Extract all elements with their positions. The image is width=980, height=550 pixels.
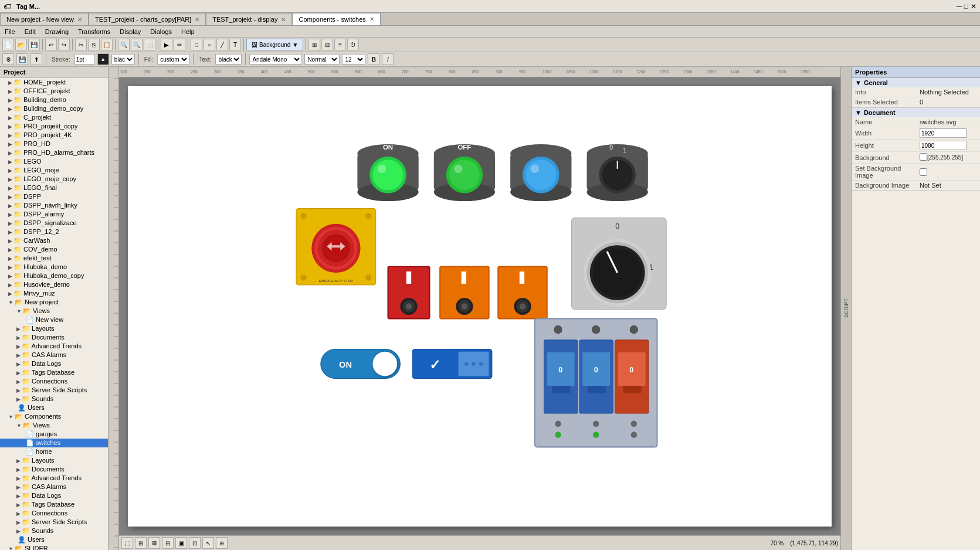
- sidebar-item-sounds-new[interactable]: ▶ 📁 Sounds: [0, 395, 108, 403]
- sidebar-item-hluboka-demo-copy[interactable]: ▶ 📁 Hluboka_demo_copy: [0, 271, 108, 280]
- sidebar-item-dspp-12-2[interactable]: ▶ 📁 DSPP_12_2: [0, 228, 108, 236]
- group-btn[interactable]: ⊟: [321, 39, 333, 50]
- sidebar-item-pro-hd[interactable]: ▶ 📁 PRO_HD: [0, 140, 108, 148]
- sidebar-item-c-projekt[interactable]: ▶ 📁 C_projekt: [0, 113, 108, 122]
- text-color-select[interactable]: black: [215, 54, 242, 64]
- sidebar-item-carwash[interactable]: ▶ 📁 CarWash: [0, 236, 108, 245]
- sidebar-item-pro-projekt-4k[interactable]: ▶ 📁 PRO_projekt_4K: [0, 131, 108, 140]
- tab-charts-copy[interactable]: TEST_projekt - charts_copy[PAR] ✕: [89, 13, 206, 25]
- sidebar-item-cov-demo[interactable]: ▶ 📁 COV_demo: [0, 245, 108, 254]
- knob-on[interactable]: ON: [357, 144, 418, 201]
- sidebar-item-lego-final[interactable]: ▶ 📁 LEGO_final: [0, 184, 108, 192]
- sidebar-item-data-logs-new[interactable]: ▶ 📁 Data Logs: [0, 359, 108, 368]
- sidebar-item-views-comp[interactable]: ▼ 📂 Views: [0, 421, 108, 430]
- sidebar-item-users-comp[interactable]: 👤 Users: [0, 535, 108, 544]
- sidebar-item-data-logs-comp[interactable]: ▶ 📁 Data Logs: [0, 491, 108, 500]
- sidebar-item-documents-comp[interactable]: ▶ 📁 Documents: [0, 465, 108, 474]
- sidebar-item-server-scripts-comp[interactable]: ▶ 📁 Server Side Scripts: [0, 518, 108, 527]
- menu-transforms[interactable]: Transforms: [73, 28, 115, 36]
- menu-edit[interactable]: Edit: [20, 28, 40, 36]
- sidebar-item-layouts-new[interactable]: ▶ 📁 Layouts: [0, 324, 108, 333]
- tab-new-project[interactable]: New project - New view ✕: [0, 13, 89, 25]
- set-bg-image-checkbox[interactable]: [920, 168, 927, 176]
- document-section-header[interactable]: ▼ Document: [852, 108, 980, 117]
- sidebar-item-views-new[interactable]: ▼ 📂 Views: [0, 307, 108, 315]
- sidebar-item-dspp[interactable]: ▶ 📁 DSPP: [0, 192, 108, 201]
- save-btn[interactable]: 💾: [28, 39, 40, 50]
- stroke-style-select[interactable]: black: [111, 54, 135, 64]
- sidebar-item-users-new[interactable]: 👤 Users: [0, 403, 108, 412]
- sidebar-item-sounds-comp[interactable]: ▶ 📁 Sounds: [0, 527, 108, 535]
- sidebar-item-new-project[interactable]: ▼ 📂 New project: [0, 298, 108, 307]
- upload-btn[interactable]: ⬆: [30, 53, 42, 65]
- background-dropdown[interactable]: 🖼 Background ▼: [246, 39, 303, 50]
- rect-btn[interactable]: □: [191, 39, 202, 50]
- minimize-icon[interactable]: ─: [957, 2, 962, 11]
- layer-btn[interactable]: ≡: [334, 39, 346, 50]
- knob-blue[interactable]: [510, 144, 571, 201]
- tab-close-icon[interactable]: ✕: [369, 16, 374, 22]
- circle-btn[interactable]: ○: [204, 39, 215, 50]
- sidebar-item-cas-alarms-comp[interactable]: ▶ 📁 CAS Alarms: [0, 483, 108, 491]
- font-select[interactable]: Andale Mono: [249, 54, 302, 64]
- draw-btn[interactable]: ✏: [174, 39, 185, 50]
- sidebar-item-tags-db-new[interactable]: ▶ 📁 Tags Database: [0, 368, 108, 377]
- fontsize-select[interactable]: 12: [342, 54, 365, 64]
- tab-display[interactable]: TEST_projekt - display ✕: [206, 13, 292, 25]
- sidebar-item-gauges[interactable]: 📄 gauges: [0, 430, 108, 439]
- sidebar-item-dspp-alarmy[interactable]: ▶ 📁 DSPP_alarmy: [0, 210, 108, 219]
- sidebar-item-husovice[interactable]: ▶ 📁 Husovice_demo: [0, 280, 108, 289]
- window-controls[interactable]: ─ □ ✕: [957, 2, 976, 11]
- sidebar-item-building-demo-copy[interactable]: ▶ 📁 Building_demo_copy: [0, 104, 108, 113]
- sidebar-item-documents-new[interactable]: ▶ 📁 Documents: [0, 333, 108, 342]
- tab-switches[interactable]: Components - switches ✕: [292, 13, 380, 25]
- toggle-checked[interactable]: ✓: [412, 349, 492, 379]
- sidebar-item-lego-moje-copy[interactable]: ▶ 📁 LEGO_moje_copy: [0, 175, 108, 184]
- sidebar-item-advanced-trends-new[interactable]: ▶ 📁 Advanced Trends: [0, 342, 108, 351]
- menu-drawing[interactable]: Drawing: [40, 28, 73, 36]
- stroke-color-btn[interactable]: ▲: [97, 53, 109, 65]
- sidebar-item-mrtvy-muz[interactable]: ▶ 📁 Mrtvy_muz: [0, 289, 108, 298]
- sidebar-item-new-view[interactable]: 📄 New view: [0, 315, 108, 324]
- bg-checkbox[interactable]: [920, 153, 927, 162]
- sidebar-item-advanced-trends-comp[interactable]: ▶ 📁 Advanced Trends: [0, 474, 108, 483]
- style-select[interactable]: Normal: [304, 54, 340, 64]
- save2-btn[interactable]: 💾: [16, 53, 28, 65]
- paste-btn[interactable]: 📋: [101, 39, 113, 50]
- bottom-btn-6[interactable]: ⊡: [189, 537, 201, 549]
- switch-small-1[interactable]: [388, 267, 430, 319]
- sidebar-item-slider[interactable]: ▼ 📂 SLIDER: [0, 544, 108, 550]
- new-btn[interactable]: 📄: [2, 39, 14, 50]
- fill-select[interactable]: custom: [157, 54, 189, 64]
- select-btn[interactable]: ▶: [161, 39, 172, 50]
- sidebar-item-building-demo[interactable]: ▶ 📁 Building_demo: [0, 96, 108, 104]
- undo-btn[interactable]: ↩: [45, 39, 57, 50]
- menu-help[interactable]: Help: [177, 28, 199, 36]
- bg-checkbox-input[interactable]: [920, 153, 927, 161]
- maximize-icon[interactable]: □: [964, 2, 968, 11]
- zoom-in-btn[interactable]: 🔍: [118, 39, 130, 50]
- switch-small-3[interactable]: [498, 267, 547, 319]
- knob-off[interactable]: OFF: [434, 144, 495, 201]
- bottom-btn-4[interactable]: ⊟: [162, 537, 174, 549]
- zoom-out-btn[interactable]: 🔍: [131, 39, 143, 50]
- properties-btn[interactable]: ⚙: [2, 53, 14, 65]
- circuit-breakers[interactable]: 0 0: [535, 318, 657, 447]
- italic-btn[interactable]: I: [382, 53, 394, 65]
- menu-file[interactable]: File: [0, 28, 20, 36]
- close-icon[interactable]: ✕: [971, 2, 976, 11]
- sidebar-item-home[interactable]: 📄 home: [0, 447, 108, 456]
- height-input[interactable]: [920, 141, 967, 150]
- sidebar-item-hluboka-demo[interactable]: ▶ 📁 Hluboka_demo: [0, 263, 108, 271]
- sidebar-item-switches[interactable]: 📄 switches: [0, 439, 108, 447]
- rotary-switch-large[interactable]: 0 1: [571, 218, 666, 309]
- width-input[interactable]: [920, 128, 967, 138]
- copy-btn[interactable]: ⎘: [88, 39, 100, 50]
- bottom-btn-1[interactable]: ⬚: [121, 537, 133, 549]
- switch-small-2[interactable]: [440, 267, 489, 319]
- sidebar-item-dspp-navrh[interactable]: ▶ 📁 DSPP_návrh_linky: [0, 201, 108, 210]
- emergency-stop[interactable]: EMERGENCY STOP: [296, 209, 376, 285]
- general-section-header[interactable]: ▼ General: [852, 78, 980, 87]
- align-btn[interactable]: ⊞: [308, 39, 320, 50]
- menu-dialogs[interactable]: Dialogs: [145, 28, 177, 36]
